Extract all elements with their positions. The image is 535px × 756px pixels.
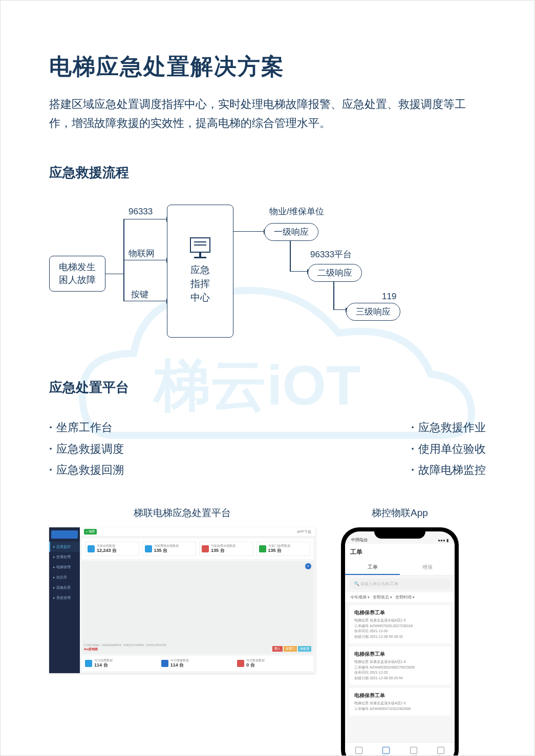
stat-icon: [202, 545, 209, 552]
bottom-stat-card: 今日维修数据114 台: [161, 659, 234, 668]
dashboard-nav-item[interactable]: ▸ 应急处置: [49, 583, 80, 593]
stat-icon: [237, 660, 244, 667]
nav-icon: [355, 747, 362, 754]
resp3-pill: 三级响应: [346, 303, 400, 321]
work-order-card[interactable]: 电梯保养工单电梯位置 保康县蓝溪水镇A区1-5工单编号 AZWW00471632…: [349, 688, 451, 716]
card-line: 保养回访 2021-12-02: [354, 670, 445, 676]
card-line: 工单编号 AZWW03032400279015606: [354, 665, 445, 671]
phone-statusbar: 中国电信●●● ▮: [345, 531, 455, 544]
phone-filter[interactable]: 今年维保: [350, 594, 370, 600]
phone-filter[interactable]: 全部状态: [373, 594, 392, 600]
group2-label: 96333平台: [310, 249, 352, 260]
nav-icon: [410, 747, 417, 754]
work-order-card[interactable]: 电梯保养工单电梯位置 保康县蓝溪水镇A区1-5工单编号 AZWW07020120…: [349, 605, 451, 643]
stat-text: 今日维修数据114 台: [170, 659, 189, 668]
feature-item: 坐席工作台: [49, 417, 124, 438]
flow-start-box: 电梯发生 困人故障: [49, 256, 105, 292]
path-label-2: 物联网: [129, 248, 155, 259]
path-label-1: 96333: [129, 207, 153, 217]
phone-tabs: 工单维保: [345, 561, 455, 575]
map-tag[interactable]: 困人: [272, 646, 283, 652]
feature-item: 使用单位验收: [411, 438, 486, 460]
phone-nav-item[interactable]: 首页: [355, 747, 362, 756]
flow-center-box: 应急 指挥 中心: [167, 205, 233, 338]
phone-search-input[interactable]: 🔍 请输入单位名称/工单: [349, 579, 451, 589]
stat-icon: [259, 545, 266, 552]
phone-tab[interactable]: 维保: [400, 561, 455, 575]
resp1-pill: 一级响应: [264, 223, 318, 241]
card-line: 创建日期 2021-12-08 09:30:33: [354, 634, 445, 640]
feature-item: 应急救援调度: [49, 438, 124, 460]
stat-card: 当前门/故障数据135 台: [256, 542, 311, 556]
phone-shot-title: 梯控物联App: [372, 506, 428, 520]
feature-item: 故障电梯监控: [411, 459, 486, 481]
phone-tab[interactable]: 工单: [345, 561, 400, 575]
card-line: 保养回访 2021-12-02: [354, 629, 445, 634]
card-title: 电梯保养工单: [354, 651, 445, 658]
phone-nav-item[interactable]: 工单: [382, 747, 390, 756]
bottom-stat-card: 当月数据数据0 台: [237, 659, 310, 668]
group1-label: 物业/维保单位: [269, 206, 324, 217]
resp2-pill: 二级响应: [308, 264, 362, 282]
dashboard-bottom-row: 当日故障数据114 台 今日维修数据114 台 当月数据数据0 台: [82, 656, 313, 671]
card-line: 电梯位置 保康县蓝溪水镇A区1-5: [354, 618, 445, 624]
stat-icon: [88, 545, 95, 552]
stat-text: 当日故障数据114 台: [94, 659, 113, 668]
card-line: 工单编号 AZWW0702012027230166: [354, 624, 445, 629]
phone-nav-item[interactable]: 我的: [437, 747, 444, 756]
feature-list: 坐席工作台应急救援调度应急救援回溯 应急救援作业使用单位验收故障电梯监控: [49, 417, 486, 481]
dashboard-sidebar: ▸ 总览监控▸ 坐席处理▸ 电梯管理▸ 知识库▸ 应急处置▸ 系统管理: [49, 527, 80, 673]
group3-label: 119: [382, 292, 396, 302]
phone-nav-item[interactable]: 发现: [410, 747, 417, 756]
phone-filter[interactable]: 全部时间: [395, 594, 415, 600]
feature-item: 应急救援作业: [411, 417, 486, 438]
stat-icon: [145, 545, 152, 552]
path-label-3: 按键: [131, 288, 148, 300]
bottom-stat-card: 当日故障数据114 台: [85, 659, 158, 668]
section-platform-title: 应急处置平台: [49, 379, 486, 396]
dashboard-nav-item[interactable]: ▸ 总览监控: [49, 542, 80, 552]
command-center-icon: [190, 237, 210, 258]
card-line: 创建日期 2021-12-08 09:29:54: [354, 676, 445, 681]
flowchart: 电梯发生 困人故障 96333 物联网 按键 应急 指挥 中心 物业/维保单位 …: [49, 194, 469, 358]
stat-text: 当前在线数据12,243 台: [97, 544, 117, 553]
dashboard-shot-title: 梯联电梯应急处置平台: [134, 506, 231, 520]
page-subtitle: 搭建区域应急处置调度指挥中心，实时处理电梯故障报警、应急处置、救援调度等工作，增…: [49, 95, 486, 133]
dashboard-logo: [51, 530, 78, 539]
stat-text: 当前离线在线数据135 台: [154, 544, 179, 553]
stat-card: 当前离线在线数据135 台: [142, 542, 197, 556]
dashboard-nav-item[interactable]: ▸ 坐席处理: [49, 552, 80, 562]
feature-item: 应急救援回溯: [49, 459, 124, 481]
map-provider-label: Bai度地图: [84, 647, 98, 652]
phone-mockup: 中国电信●●● ▮ 工单 工单维保 🔍 请输入单位名称/工单 今年维保全部状态全…: [341, 527, 459, 756]
card-line: 电梯位置 保康县蓝溪水镇A区1-6: [354, 659, 445, 665]
stat-text: 当月数据数据0 台: [246, 659, 265, 668]
dashboard-map[interactable]: + Bai度地图 © 2021 Baidu - GS(2021)6026号 - …: [82, 561, 313, 654]
phone-bottom-nav: 首页工单发现我的: [345, 742, 455, 756]
dashboard-nav-item[interactable]: ▸ 知识库: [49, 572, 80, 583]
dashboard-nav-item[interactable]: ▸ 电梯管理: [49, 562, 80, 572]
dashboard-stats-row: 当前在线数据12,243 台 当前离线在线数据135 台 当前故障在线数据135…: [82, 539, 313, 559]
stat-icon: [161, 660, 168, 667]
map-tag[interactable]: 未处理: [298, 646, 311, 652]
card-title: 电梯保养工单: [354, 609, 445, 616]
stat-card: 当前故障在线数据135 台: [199, 542, 253, 556]
map-zoom-icon[interactable]: +: [305, 563, 311, 569]
card-title: 电梯保养工单: [354, 692, 445, 699]
dashboard-right-link[interactable]: APP下载: [297, 529, 311, 535]
nav-icon: [382, 747, 390, 754]
phone-page-title: 工单: [345, 544, 455, 561]
map-tag[interactable]: 故障门: [284, 646, 297, 652]
work-order-card[interactable]: 电梯保养工单电梯位置 保康县蓝溪水镇A区1-6工单编号 AZWW03032400…: [349, 647, 451, 685]
nav-icon: [437, 747, 444, 754]
section-flow-title: 应急救援流程: [49, 164, 486, 182]
stat-icon: [85, 660, 92, 667]
card-line: 工单编号 AZWW004716322402906: [354, 706, 445, 712]
stat-card: 当前在线数据12,243 台: [85, 542, 139, 556]
dashboard-topbar: + 地图 APP下载: [80, 527, 315, 537]
map-copyright: © 2021 Baidu - GS(2021)6026号 - 甲测资字11009…: [84, 643, 166, 647]
stat-text: 当前故障在线数据135 台: [211, 544, 236, 553]
dashboard-tag[interactable]: + 地图: [84, 529, 97, 535]
phone-filter-row: 今年维保全部状态全部时间: [345, 592, 455, 602]
dashboard-nav-item[interactable]: ▸ 系统管理: [49, 593, 80, 603]
